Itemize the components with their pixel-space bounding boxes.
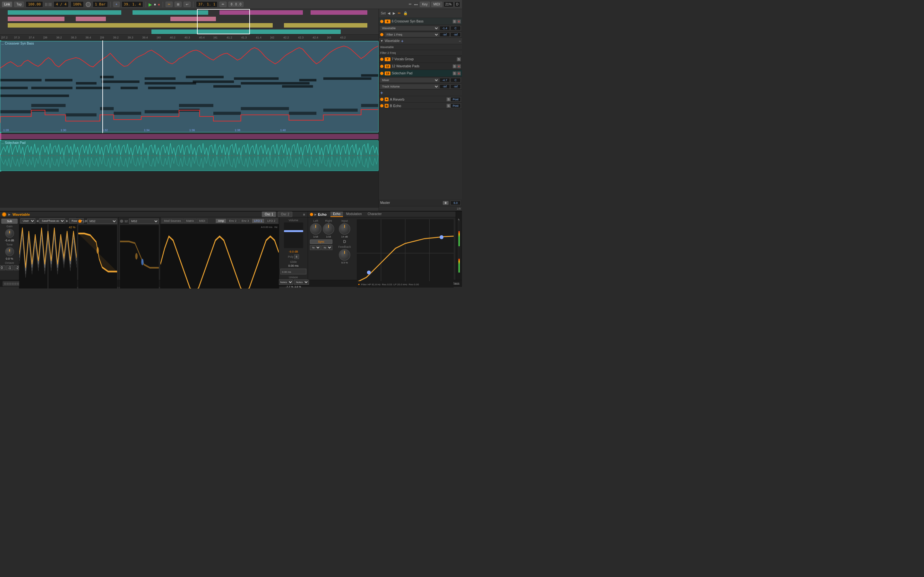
bars-icon[interactable]: ▪▪▪ (414, 3, 419, 6)
echo-power-btn[interactable] (310, 213, 313, 216)
reverb-s[interactable]: S (447, 97, 451, 101)
wt-settings[interactable]: ≡ (302, 213, 306, 216)
track-power-12[interactable] (380, 65, 383, 68)
zoom-display[interactable]: 100% (71, 1, 84, 7)
echo-tab-character[interactable]: Character (365, 211, 384, 217)
filter2-power[interactable] (120, 219, 123, 223)
echo-tab-echo[interactable]: Echo (330, 211, 343, 217)
filter1-power[interactable] (78, 219, 81, 223)
filter-val1[interactable]: -inf (439, 32, 450, 37)
midi-button[interactable]: MIDI (431, 2, 443, 7)
crossover-syn-bass-track[interactable]: ... Crossover Syn Bass (0, 40, 379, 133)
amp-tab[interactable]: Amp (216, 219, 226, 223)
octave-1[interactable]: -1 (6, 266, 13, 270)
glide-display[interactable]: 0.00 ms (280, 269, 306, 274)
lfo2-tab[interactable]: LFO 2 (265, 219, 278, 223)
metronome-icon[interactable] (86, 2, 91, 7)
lock-btn[interactable]: 🔒 (403, 11, 409, 15)
expand-arrow[interactable]: ▼ (380, 39, 383, 43)
tone-knob[interactable] (5, 247, 14, 256)
track-power-7[interactable] (380, 58, 383, 61)
grid-button[interactable]: ⊞ (174, 2, 182, 7)
tap-button[interactable]: Tap (14, 2, 24, 7)
rp-track-7[interactable]: 7 7 Vocals Group S (379, 56, 462, 63)
vocals-group-track[interactable] (0, 133, 379, 140)
octave-0[interactable]: 0 (0, 266, 5, 270)
audio-clip[interactable] (0, 140, 379, 171)
track-power-13[interactable] (380, 72, 383, 75)
volume-val2[interactable]: C (451, 26, 461, 31)
key-button[interactable]: Key (420, 2, 430, 7)
wave-select[interactable]: SawPhase.wav (39, 218, 65, 223)
echo-power[interactable] (380, 104, 383, 107)
bpm-display[interactable]: 100.00 (26, 1, 43, 7)
poly-select[interactable]: 8 (294, 255, 299, 259)
rp-track-13[interactable]: 13 Sidechain Pad S ● (379, 70, 462, 77)
link-button[interactable]: Link (2, 2, 12, 7)
filter-select[interactable]: Filter 1 Freq (384, 32, 439, 37)
filter1-select[interactable]: MS2 (87, 219, 117, 224)
mod-sources-tab[interactable]: Mod Sources (162, 219, 183, 223)
add-clip-button[interactable]: + (113, 2, 120, 7)
wt-osc1-tab[interactable]: Osc 1 (262, 211, 276, 217)
rp-track-12[interactable]: 12 12 Wavetable Pads S ● (379, 63, 462, 70)
loop-length-display[interactable]: 1 Bar (93, 1, 108, 7)
volume-fader[interactable] (284, 222, 303, 248)
notes2-echo-select[interactable]: Notes (321, 245, 333, 250)
position-display[interactable]: 39. 1. 4 (121, 1, 143, 7)
vocals-clip[interactable] (0, 134, 379, 139)
midi-tab[interactable]: MIDI (197, 219, 208, 223)
volume-select[interactable]: Wavetable (380, 26, 439, 31)
echo-tab-modulation[interactable]: Modulation (344, 211, 365, 217)
notes2-select[interactable]: Notes (294, 279, 309, 285)
echo-s[interactable]: S (447, 104, 451, 108)
stop-button[interactable]: ■ (154, 3, 156, 6)
track-r-6[interactable]: ● (457, 19, 461, 23)
feedback-knob[interactable] (339, 249, 351, 261)
rp-track-6[interactable]: 6 6 Crossover Syn Bass S ● (379, 18, 462, 25)
sidechain-pad-track[interactable]: ... Sidechain Pad (0, 140, 379, 172)
record-button[interactable]: ● (158, 2, 160, 7)
osc-arrow-left[interactable]: ◀ (36, 219, 39, 222)
arr-overview[interactable] (0, 9, 379, 35)
input-knob[interactable] (339, 223, 351, 235)
time-sig-display[interactable]: 4 / 4 (53, 1, 69, 7)
left-knob[interactable] (310, 223, 321, 235)
draw-button[interactable]: ✏ (220, 2, 226, 7)
arr-scrollbar[interactable] (0, 208, 379, 211)
gain-knob[interactable] (5, 229, 14, 238)
env3-tab[interactable]: Env 3 (239, 219, 251, 223)
add-mod-btn[interactable]: + (401, 39, 404, 44)
sub-tab[interactable]: Sub (1, 219, 18, 224)
wt-power-btn[interactable] (2, 212, 6, 217)
track-s-12[interactable]: S (453, 64, 457, 68)
filter-val2[interactable]: -inf (451, 32, 461, 37)
filter2-select[interactable]: MS2 (129, 219, 159, 224)
add-param-btn[interactable]: + (380, 90, 383, 96)
track-r-13[interactable]: ● (457, 71, 461, 75)
collapse-btn[interactable]: – (459, 39, 461, 43)
filter-power[interactable] (380, 33, 383, 36)
wt-osc2-tab[interactable]: Osc 2 (278, 211, 292, 217)
user-select[interactable]: User (21, 218, 35, 223)
track-s-6[interactable]: S (453, 19, 457, 23)
matrix-tab[interactable]: Matrix (184, 219, 196, 223)
sync-button[interactable]: Sync (310, 239, 333, 244)
loop-button[interactable]: ↩ (184, 2, 191, 7)
next-btn[interactable]: ▶ (392, 11, 396, 15)
osc-arrow-right[interactable]: ▶ (66, 219, 68, 222)
volume-val1[interactable]: -1.4 (439, 26, 450, 31)
midi-clip[interactable] (0, 41, 379, 132)
reverb-power[interactable] (380, 98, 383, 101)
prev-btn[interactable]: ◀ (387, 11, 391, 15)
track-s-7[interactable]: S (457, 57, 461, 61)
right-knob[interactable] (323, 223, 334, 235)
env2-tab[interactable]: Env 2 (227, 219, 239, 223)
track-vol-select[interactable]: Track Volume (380, 84, 439, 89)
play-button[interactable]: ▶ (149, 2, 152, 7)
mixer-select[interactable]: Mixer (380, 78, 439, 82)
pencil-icon[interactable]: ✏ (408, 2, 412, 6)
notes1-echo-select[interactable]: Notes (310, 245, 321, 250)
fold-button[interactable]: ✂ (166, 2, 173, 7)
track-s-13[interactable]: S (453, 71, 457, 75)
